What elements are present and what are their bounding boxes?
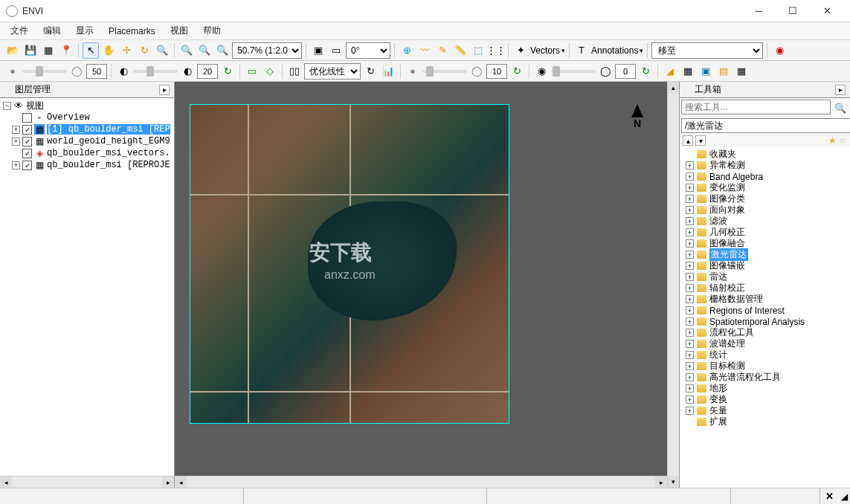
satellite-image[interactable]: 安下载 anxz.com	[190, 104, 509, 424]
zoom-extent-icon[interactable]: 🔍	[178, 42, 195, 59]
expand-icon[interactable]: +	[686, 407, 694, 415]
reset-icon[interactable]: ↻	[219, 63, 236, 80]
tool-tree-item[interactable]: +滤波	[681, 216, 849, 227]
swipe-icon[interactable]: ◢	[662, 63, 678, 80]
canvas-scrollbar-h[interactable]: ◂▸	[175, 476, 667, 488]
menu-view[interactable]: 视图	[163, 23, 196, 39]
rotate-icon[interactable]: ↻	[136, 42, 152, 59]
expand-icon[interactable]: +	[686, 273, 694, 281]
cursor-value-icon[interactable]: ⊕	[399, 42, 415, 59]
menu-display[interactable]: 显示	[68, 23, 101, 39]
checkbox[interactable]: ✓	[22, 149, 32, 158]
trans-value[interactable]	[615, 64, 636, 79]
expand-icon[interactable]: +	[686, 329, 694, 337]
tool-tree-item[interactable]: +统计	[681, 349, 849, 361]
stretch-bars-icon[interactable]: ▯▯	[286, 63, 303, 80]
annotations-icon[interactable]: T	[573, 42, 590, 59]
refresh-stretch-icon[interactable]: ↻	[362, 63, 379, 80]
collapse-left-icon[interactable]: ▸	[159, 85, 170, 95]
tool-tree-item[interactable]: +面向对象	[681, 204, 849, 216]
status-close-icon[interactable]: ✕	[820, 488, 838, 504]
chip-icon[interactable]: ▦	[40, 42, 57, 59]
trans-slider[interactable]	[551, 70, 596, 73]
measure-icon[interactable]: 📏	[452, 42, 469, 59]
tool-tree-item[interactable]: +矢量	[681, 405, 849, 416]
search-icon[interactable]: 🔍	[832, 100, 849, 116]
expand-icon[interactable]: +	[686, 206, 694, 214]
tool-tree-item[interactable]: 收藏夹	[681, 149, 849, 160]
expand-icon[interactable]: +	[686, 295, 694, 303]
tool-tree-item[interactable]: +几何校正	[681, 227, 849, 238]
canvas-scrollbar-v[interactable]: ▴▾	[667, 82, 679, 488]
expand-icon[interactable]: +	[686, 251, 694, 259]
menu-file[interactable]: 文件	[3, 23, 36, 39]
window-icon[interactable]: ▣	[310, 42, 326, 59]
expand-icon[interactable]: +	[686, 172, 694, 181]
fav-star-icon[interactable]: ★	[828, 135, 837, 146]
expand-icon[interactable]: +	[686, 384, 694, 392]
zoom-in-icon[interactable]: 🔍	[214, 42, 231, 59]
expand-icon[interactable]: +	[686, 195, 694, 203]
expand-icon[interactable]: +	[686, 228, 694, 236]
zoom-tool-icon[interactable]: 🔍	[154, 42, 170, 59]
brightness-slider[interactable]	[22, 70, 67, 73]
tool-tree-item[interactable]: +图像分类	[681, 193, 849, 204]
flicker-icon[interactable]: ▤	[715, 63, 732, 80]
spectral-icon[interactable]: ✎	[434, 42, 451, 59]
expand-icon[interactable]: +	[686, 317, 694, 326]
vectors-label[interactable]: Vectors	[530, 45, 560, 56]
expand-icon[interactable]: +	[686, 161, 694, 169]
tool-tree-item[interactable]: 扩展	[681, 416, 849, 427]
expand-icon[interactable]: +	[686, 284, 694, 292]
fullextent-icon[interactable]: ▭	[328, 42, 344, 59]
tool-tree-item[interactable]: +流程化工具	[681, 327, 849, 338]
contrast-value[interactable]	[197, 64, 218, 79]
extent-poly-icon[interactable]: ◇	[262, 63, 278, 80]
goto-select[interactable]: 移至	[651, 42, 763, 59]
expand-icon[interactable]: +	[12, 126, 20, 134]
open-icon[interactable]: 📂	[4, 42, 21, 59]
sharpen-value[interactable]	[486, 64, 507, 79]
tool-tree-item[interactable]: +雷达	[681, 271, 849, 282]
expand-icon[interactable]: −	[3, 102, 11, 110]
tool-tree-item[interactable]: +变换	[681, 394, 849, 405]
expand-icon[interactable]: +	[686, 184, 694, 192]
tool-tree-item[interactable]: +Band Algebra	[681, 171, 849, 182]
expand-icon[interactable]: +	[686, 262, 694, 270]
vectors-icon[interactable]: ✦	[512, 42, 529, 59]
menu-edit[interactable]: 编辑	[36, 23, 68, 39]
expand-icon[interactable]: +	[686, 340, 694, 348]
reset-sharpen-icon[interactable]: ↻	[509, 63, 525, 80]
minimize-button[interactable]: ─	[741, 0, 776, 22]
tool-tree-item[interactable]: +波谱处理	[681, 338, 849, 349]
pin-icon[interactable]: 📍	[58, 42, 74, 59]
expand-icon[interactable]: +	[686, 373, 694, 381]
layer-qb-msi-reproj[interactable]: + ✓ ▦ qb_boulder_msi [REPROJE	[1, 159, 173, 171]
sharpen-slider[interactable]	[422, 70, 467, 73]
tool-tree-item[interactable]: +Regions of Interest	[681, 305, 849, 316]
save-icon[interactable]: 💾	[22, 42, 39, 59]
zoom-select[interactable]: 50.7% (1:2.0..	[232, 42, 302, 59]
roi-icon[interactable]: ⬚	[470, 42, 486, 59]
tool-tree[interactable]: 收藏夹+异常检测+Band Algebra+变化监测+图像分类+面向对象+滤波+…	[680, 147, 850, 488]
expand-icon[interactable]: +	[686, 306, 694, 314]
layer-overview[interactable]: ▫ Overview	[1, 112, 173, 123]
layer-qb-msi-1[interactable]: + ✓ ▦ [1] qb_boulder_msi [REP	[1, 123, 173, 135]
reset-trans-icon[interactable]: ↻	[637, 63, 654, 80]
menu-placemarks[interactable]: Placemarks	[101, 25, 163, 38]
unfav-star-icon[interactable]: ☆	[839, 135, 847, 146]
tool-tree-item[interactable]: +栅格数据管理	[681, 294, 849, 305]
extent-rect-icon[interactable]: ▭	[244, 63, 260, 80]
nav-up-icon[interactable]: ▴	[683, 135, 693, 146]
expand-icon[interactable]: +	[686, 362, 694, 370]
tool-tree-item[interactable]: +激光雷达	[681, 249, 849, 260]
brightness-value[interactable]	[86, 64, 107, 79]
expand-icon[interactable]: +	[686, 351, 694, 359]
zoom-out-icon[interactable]: 🔍	[196, 42, 213, 59]
menu-help[interactable]: 帮助	[196, 23, 228, 39]
tool-tree-item[interactable]: +图像镶嵌	[681, 260, 849, 271]
tool-tree-item[interactable]: +目标检测	[681, 361, 849, 372]
expand-icon[interactable]: +	[12, 161, 20, 169]
map-canvas[interactable]: 安下载 anxz.com N	[175, 82, 667, 476]
fly-icon[interactable]: ✢	[118, 42, 135, 59]
